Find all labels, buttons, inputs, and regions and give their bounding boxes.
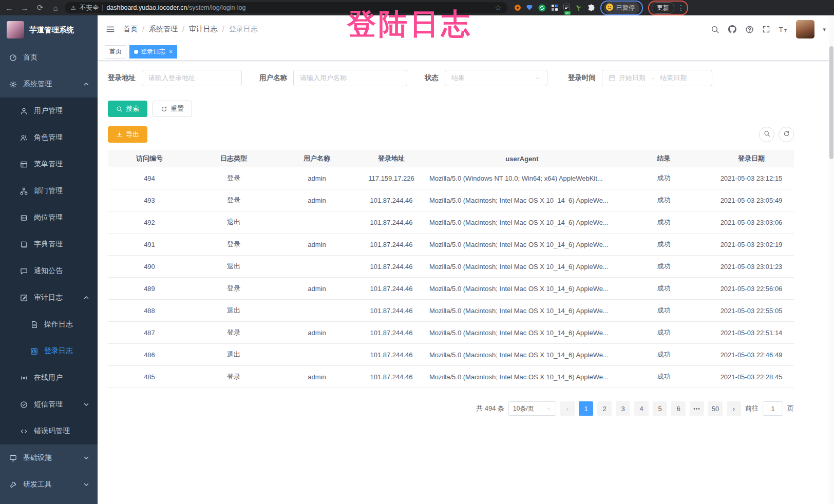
tab-manager-icon[interactable]: on	[563, 3, 570, 12]
app-logo[interactable]: 芋道管理系统	[0, 15, 98, 44]
browser-menu-icon[interactable]: ⋮	[677, 4, 685, 12]
cell-login-date: 2021-05-03 23:03:06	[709, 219, 794, 226]
close-icon[interactable]: ×	[169, 48, 173, 55]
table-toolbar: 导出	[108, 126, 794, 143]
sidebar-item-dict[interactable]: 字典管理	[0, 231, 98, 258]
page-button-50[interactable]: 50	[708, 401, 723, 416]
sidebar-item-tool[interactable]: 研发工具	[0, 471, 98, 498]
topbar: 首页/系统管理/审计日志/登录日志 TT ▾	[98, 15, 834, 43]
status-select[interactable]: 结果	[445, 70, 547, 86]
cell-login-address: 101.87.244.46	[357, 285, 425, 293]
page-button-5[interactable]: 5	[653, 401, 667, 416]
refresh-table-button[interactable]	[779, 127, 794, 142]
cell-user-agent: Mozilla/5.0 (Macintosh; Intel Mac OS X 1…	[425, 307, 619, 315]
fullscreen-icon[interactable]	[762, 25, 770, 33]
breadcrumb-item[interactable]: 首页	[123, 25, 138, 34]
user-avatar[interactable]	[796, 20, 814, 38]
goto-page-input[interactable]: 1	[763, 401, 783, 416]
sidebar-item-label: 角色管理	[34, 133, 63, 142]
breadcrumb-item[interactable]: 审计日志	[189, 25, 218, 34]
sprout-icon[interactable]	[575, 4, 582, 11]
sidebar-item-gear[interactable]: 系统管理	[0, 71, 98, 98]
refresh-icon	[783, 130, 790, 139]
sidebar-item-audit[interactable]: 审计日志	[0, 284, 98, 311]
login-address-input[interactable]: 请输入登录地址	[142, 70, 242, 86]
page-button-2[interactable]: 2	[597, 401, 612, 416]
page-button-1[interactable]: 1	[579, 401, 593, 416]
sidebar-item-user[interactable]: 用户管理	[0, 98, 98, 124]
search-icon[interactable]	[711, 25, 719, 34]
home-icon[interactable]: ⌂	[51, 4, 60, 12]
back-icon[interactable]: ←	[5, 4, 13, 12]
sidebar-item-dashboard[interactable]: 首页	[0, 44, 98, 71]
page-size-value: 10条/页	[513, 404, 534, 413]
username-input[interactable]: 请输入用户名称	[293, 70, 407, 86]
tag-label: 登录日志	[141, 47, 165, 56]
address-bar[interactable]: ⚠ 不安全 dashboard.yudao.iocoder.cn/system/…	[65, 2, 507, 13]
login-time-range-picker[interactable]: 开始日期 - 结束日期	[602, 70, 712, 86]
cell-login-address: 101.87.244.46	[357, 307, 425, 315]
breadcrumb-item[interactable]: 系统管理	[149, 25, 178, 34]
font-size-icon[interactable]: TT	[779, 25, 788, 34]
scrollbar-thumb[interactable]	[829, 46, 833, 159]
reset-button[interactable]: 重置	[153, 101, 192, 117]
page-size-select[interactable]: 10条/页	[508, 401, 556, 416]
breadcrumb-item: 登录日志	[229, 25, 258, 34]
sidebar-item-online[interactable]: 在线用户	[0, 364, 98, 391]
column-header-log-type: 日志类型	[191, 154, 276, 163]
dict-icon	[20, 241, 28, 248]
form-icon	[30, 321, 38, 328]
sidebar-item-label: 研发工具	[23, 480, 52, 489]
cell-log-type: 登录	[191, 240, 276, 249]
sidebar-item-code[interactable]: 错误码管理	[0, 418, 98, 444]
sidebar-item-label: 登录日志	[44, 346, 73, 356]
help-icon[interactable]	[745, 25, 754, 34]
cell-log-type: 登录	[191, 328, 276, 337]
cell-visit-id: 492	[108, 219, 191, 226]
gear-icon	[9, 81, 17, 88]
sidebar-item-form[interactable]: 操作日志	[0, 311, 98, 338]
sidebar-item-menu[interactable]: 菜单管理	[0, 151, 98, 178]
prev-page-button[interactable]: ‹	[560, 401, 575, 416]
page-ellipsis[interactable]: •••	[690, 401, 704, 416]
grid-icon[interactable]	[551, 4, 558, 11]
update-button[interactable]: 更新	[652, 2, 674, 14]
orange-ring-icon[interactable]	[515, 5, 521, 11]
cell-result: 成功	[619, 196, 709, 205]
cell-login-address: 101.87.244.46	[357, 329, 425, 337]
page-button-3[interactable]: 3	[616, 401, 630, 416]
toggle-search-button[interactable]	[759, 127, 774, 142]
reload-icon[interactable]: ⟳	[36, 3, 44, 12]
cell-login-date: 2021-05-03 23:02:19	[709, 241, 794, 248]
sidebar-item-sms[interactable]: 短信管理	[0, 391, 98, 418]
table-row: 487登录admin101.87.244.46Mozilla/5.0 (Maci…	[108, 322, 794, 344]
export-button[interactable]: 导出	[108, 126, 147, 143]
green-sync-icon[interactable]	[538, 4, 546, 12]
chevron-down-icon[interactable]: ▾	[823, 26, 826, 33]
blue-gem-icon[interactable]	[526, 4, 533, 11]
page-button-6[interactable]: 6	[671, 401, 686, 416]
sidebar-item-tree[interactable]: 部门管理	[0, 178, 98, 204]
forward-icon[interactable]: →	[21, 4, 29, 12]
cell-visit-id: 493	[108, 197, 191, 204]
profile-paused-chip[interactable]: 已暂停	[604, 2, 639, 14]
sidebar-item-login-log[interactable]: 登录日志	[0, 338, 98, 364]
hamburger-icon[interactable]	[106, 25, 115, 34]
column-header-login-address: 登录地址	[357, 154, 425, 163]
page-button-4[interactable]: 4	[634, 401, 649, 416]
bookmark-star-icon[interactable]: ☆	[495, 4, 501, 12]
tag-item[interactable]: 首页	[105, 45, 126, 59]
next-page-button[interactable]: ›	[727, 401, 741, 416]
omnibox-divider	[102, 5, 103, 11]
tag-active[interactable]: 登录日志×	[129, 45, 177, 59]
search-button[interactable]: 搜索	[108, 101, 147, 117]
sidebar-item-post[interactable]: 岗位管理	[0, 204, 98, 231]
sidebar-item-peoples[interactable]: 角色管理	[0, 124, 98, 151]
sidebar-item-notice[interactable]: 通知公告	[0, 258, 98, 284]
github-icon[interactable]	[728, 25, 737, 34]
login-log-table: 访问编号日志类型用户名称登录地址userAgent结果登录日期494登录admi…	[108, 150, 794, 388]
sidebar-item-infra[interactable]: 基础设施	[0, 444, 98, 471]
cell-user-agent: Mozilla/5.0 (Macintosh; Intel Mac OS X 1…	[425, 351, 619, 359]
page-scrollbar[interactable]	[829, 15, 834, 504]
puzzle-icon[interactable]	[587, 4, 595, 12]
